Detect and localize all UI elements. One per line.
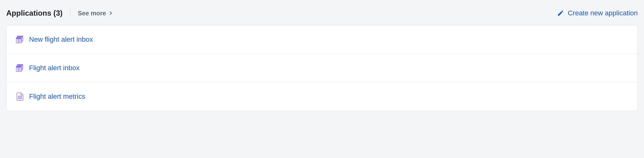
see-more-button[interactable]: See more <box>78 10 113 17</box>
workshop-icon <box>16 35 24 44</box>
list-item[interactable]: Flight alert inbox <box>7 54 637 82</box>
list-item[interactable]: New flight alert inbox <box>7 25 637 54</box>
create-application-label: Create new application <box>568 9 638 17</box>
document-icon <box>16 92 24 101</box>
application-name: New flight alert inbox <box>29 35 93 44</box>
chevron-right-icon <box>108 11 113 15</box>
application-name: Flight alert inbox <box>29 64 79 72</box>
vertical-divider <box>70 9 70 18</box>
list-item[interactable]: Flight alert metrics <box>7 82 637 111</box>
section-header: Applications (3) See more Create new app… <box>6 6 638 25</box>
create-application-button[interactable]: Create new application <box>557 9 638 17</box>
pencil-icon <box>557 10 564 17</box>
section-title: Applications (3) <box>6 9 63 18</box>
applications-list: New flight alert inbox Flight alert inbo… <box>6 25 638 111</box>
application-name: Flight alert metrics <box>29 92 85 101</box>
svg-rect-7 <box>17 64 23 66</box>
see-more-label: See more <box>78 10 106 17</box>
svg-rect-4 <box>16 38 22 39</box>
svg-rect-1 <box>17 36 23 37</box>
svg-rect-12 <box>18 96 22 97</box>
svg-rect-10 <box>16 66 22 68</box>
header-left: Applications (3) See more <box>6 9 113 18</box>
workshop-icon <box>16 64 24 72</box>
svg-rect-13 <box>18 98 22 99</box>
